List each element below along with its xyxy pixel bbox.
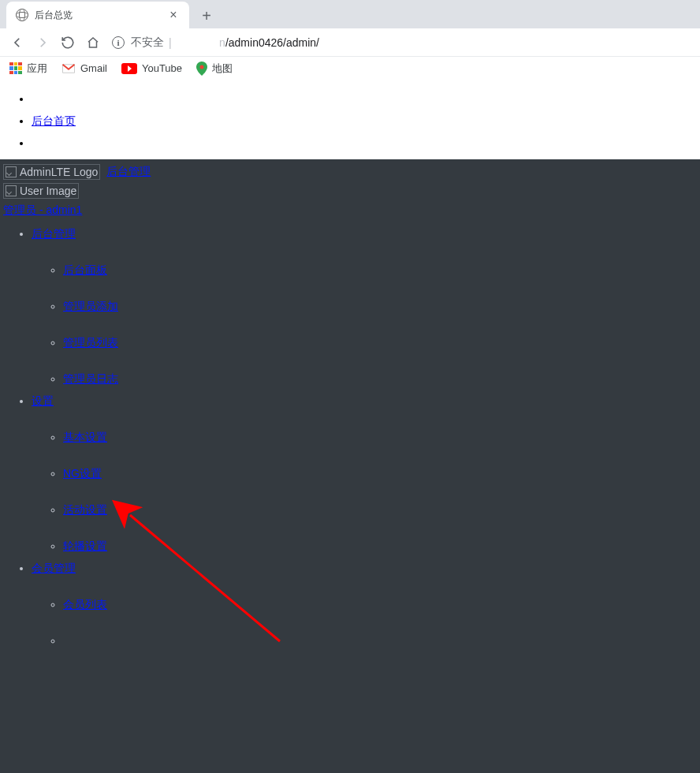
info-icon[interactable]: i [112, 36, 125, 49]
gmail-icon [61, 63, 76, 74]
sidebar-item-basic-settings: 基本设置 [63, 431, 700, 445]
sidebar-section-members-link[interactable]: 会员管理 [32, 562, 76, 574]
sidebar-item-activity-settings: 活动设置 [63, 503, 700, 517]
top-nav: 后台首页 [0, 79, 700, 159]
bookmark-maps[interactable]: 地图 [196, 62, 233, 76]
new-tab-button[interactable]: + [195, 5, 218, 27]
browser-tab[interactable]: 后台总览 × [6, 2, 189, 28]
sidebar-section-settings-link[interactable]: 设置 [32, 394, 54, 407]
address-host-suffix: n [219, 36, 225, 49]
bookmark-maps-label: 地图 [212, 62, 233, 76]
globe-icon [16, 9, 28, 21]
sidebar-item-basic-settings-link[interactable]: 基本设置 [63, 431, 700, 445]
address-separator: | [169, 36, 172, 49]
user-link[interactable]: 管理员 - admin1 [0, 202, 700, 219]
brand-row: AdminLTE Logo 后台管理 [0, 162, 700, 181]
topnav-item-empty [32, 90, 700, 104]
sidebar-item-admin-list: 管理员列表 [63, 336, 700, 350]
sidebar-section-settings: 设置 基本设置 NG设置 活动设置 轮播设置 [32, 394, 700, 554]
bookmark-youtube[interactable]: YouTube [121, 62, 182, 74]
security-warning: 不安全 [131, 35, 164, 50]
user-row: User Image [0, 181, 700, 202]
youtube-icon [121, 63, 137, 74]
sidebar-item-dashboard-link[interactable]: 后台面板 [63, 263, 700, 278]
bookmark-gmail[interactable]: Gmail [61, 62, 107, 74]
maps-icon [196, 62, 207, 76]
apps-icon [9, 62, 22, 75]
sidebar-panel: AdminLTE Logo 后台管理 User Image 管理员 - admi… [0, 159, 700, 773]
bookmark-apps[interactable]: 应用 [9, 62, 47, 76]
sidebar-item-member-list: 会员列表 [63, 598, 700, 612]
home-button[interactable] [82, 32, 104, 54]
address-path: /admin0426/admin/ [225, 36, 319, 49]
bookmark-youtube-label: YouTube [142, 62, 182, 74]
browser-chrome: 后台总览 × + i 不安全 | n /admin0426/admin/ [0, 0, 700, 79]
back-button[interactable] [6, 32, 28, 54]
address-row: i 不安全 | n /admin0426/admin/ [0, 28, 700, 57]
address-bar[interactable]: i 不安全 | n /admin0426/admin/ [112, 35, 694, 50]
sidebar-item-dashboard: 后台面板 [63, 263, 700, 278]
tab-title: 后台总览 [35, 9, 167, 22]
topnav-item-empty2 [32, 134, 700, 148]
bookmarks-bar: 应用 Gmail YouTube 地图 [0, 57, 700, 80]
broken-image-icon [4, 184, 18, 198]
sidebar-item-ng-settings-link[interactable]: NG设置 [63, 467, 700, 481]
sidebar-item-admin-add: 管理员添加 [63, 300, 700, 314]
sidebar-item-member-list-link[interactable]: 会员列表 [63, 598, 700, 612]
sidebar-item-ng-settings: NG设置 [63, 467, 700, 481]
logo-alt-text: AdminLTE Logo [20, 166, 98, 178]
sidebar-item-empty [63, 634, 700, 647]
address-host [177, 36, 219, 49]
sidebar-menu: 后台管理 后台面板 管理员添加 管理员列表 管理员日志 设置 基本设置 NG设置… [0, 227, 700, 647]
sidebar-item-carousel-settings: 轮播设置 [63, 540, 700, 554]
sidebar-item-admin-list-link[interactable]: 管理员列表 [63, 336, 700, 350]
bookmark-gmail-label: Gmail [80, 62, 107, 74]
sidebar-item-admin-log: 管理员日志 [63, 372, 700, 386]
tab-strip: 后台总览 × + [0, 0, 700, 28]
svg-point-0 [200, 65, 204, 69]
sidebar-item-carousel-settings-link[interactable]: 轮播设置 [63, 540, 700, 554]
sidebar-item-admin-add-link[interactable]: 管理员添加 [63, 300, 700, 314]
brand-link[interactable]: 后台管理 [106, 165, 151, 179]
user-broken-image: User Image [3, 183, 79, 199]
sidebar-section-admin: 后台管理 后台面板 管理员添加 管理员列表 管理员日志 [32, 227, 700, 386]
page-content: 后台首页 AdminLTE Logo 后台管理 User Image 管理员 -… [0, 79, 700, 773]
sidebar-item-admin-log-link[interactable]: 管理员日志 [63, 372, 700, 386]
broken-image-icon [4, 165, 18, 179]
topnav-item-home: 后台首页 [32, 112, 700, 126]
sidebar-section-members: 会员管理 会员列表 [32, 562, 700, 647]
logo-broken-image: AdminLTE Logo [3, 164, 100, 180]
topnav-home-link[interactable]: 后台首页 [32, 114, 76, 127]
sidebar-item-activity-settings-link[interactable]: 活动设置 [63, 503, 700, 517]
user-image-alt: User Image [20, 185, 76, 197]
close-icon[interactable]: × [167, 8, 180, 22]
reload-button[interactable] [57, 32, 79, 54]
forward-button[interactable] [32, 32, 54, 54]
bookmark-apps-label: 应用 [27, 62, 47, 76]
sidebar-section-admin-link[interactable]: 后台管理 [32, 227, 76, 240]
